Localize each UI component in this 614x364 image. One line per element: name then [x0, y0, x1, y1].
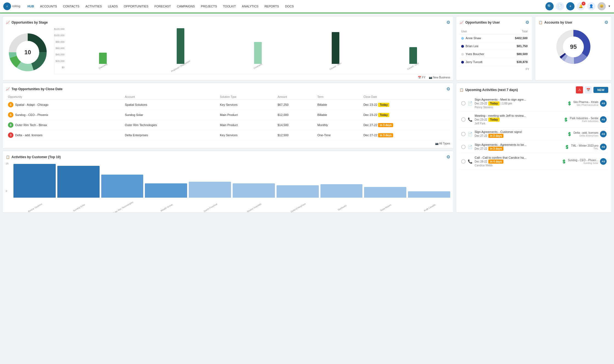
customer-bar	[364, 187, 406, 198]
opp-close-date: Dec 27-22 in 3 days	[361, 130, 450, 140]
opp-name: Spatial - Adapt - Chicago	[15, 103, 49, 106]
opp-row[interactable]: 3 Delta - add. licenses Delta Enterprise…	[6, 130, 450, 140]
opp-user-table-container[interactable]: User Total Anne Shaw $402,500 Brian Lee …	[460, 28, 529, 66]
nav-leads[interactable]: LEADS	[105, 4, 120, 9]
stage-badge: 8	[8, 122, 13, 128]
accounts-user-title: 📋 Accounts by User	[539, 21, 572, 24]
activity-item[interactable]: 📞 Meeting - meeting with Jeff to review.…	[460, 112, 608, 127]
activity-list[interactable]: 📄 Sign Agreements - Meet to sign agre...…	[460, 96, 608, 169]
document-button[interactable]: 📄	[556, 2, 564, 10]
nav-projects[interactable]: PROJECTS	[198, 4, 220, 9]
activity-checkbox[interactable]	[461, 101, 466, 106]
nav-forecast[interactable]: FORECAST	[152, 4, 174, 9]
nav-opportunities[interactable]: OPPORTUNITIES	[121, 4, 151, 9]
opp-account: Sundog Solar	[123, 110, 218, 120]
opp-user-icon: 📈	[460, 21, 464, 24]
opp-name: Outer Rim Tech - Blmax	[15, 123, 47, 127]
opp-name-cell: 6 Spatial - Adapt - Chicago	[6, 100, 123, 110]
act-customer-icon: 📋	[6, 155, 10, 159]
nav-analytics[interactable]: ANALYTICS	[239, 4, 261, 9]
new-business-filter[interactable]: 📷 New Business	[429, 76, 450, 79]
activity-company: Sundog - CEO - Phoen... Sundog Solar	[568, 159, 598, 164]
activity-checkbox[interactable]	[461, 117, 466, 122]
activity-item[interactable]: 📄 Sign Agreements - Agreements to be... …	[460, 141, 608, 153]
nav-accounts[interactable]: ACCOUNTS	[37, 4, 60, 9]
user-total: $402,500	[503, 34, 529, 42]
bar-contracts: Contracts	[221, 28, 295, 67]
opp-user-settings[interactable]: ⚙	[525, 20, 529, 25]
opp-stage-settings[interactable]: ⚙	[446, 20, 450, 25]
accounts-user-card: 📋 Accounts by User ⚙ 95	[535, 16, 612, 81]
nav-toolkit[interactable]: TOOLKIT	[220, 4, 239, 9]
activity-person: Jeff Park	[475, 122, 561, 125]
all-types-link[interactable]: 📷 All Types	[435, 142, 450, 145]
fy-filter[interactable]: 📅 FY	[418, 76, 426, 79]
act-customer-settings[interactable]: ⚙	[446, 154, 450, 160]
activity-item[interactable]: 📞 Call - Call to confirm that Candice ha…	[460, 154, 608, 169]
new-activity-button[interactable]: NEW	[593, 87, 608, 93]
customer-label: Delta Enterprises	[279, 196, 317, 213]
opp-row[interactable]: 6 Spatial - Adapt - Chicago Spatial Solu…	[6, 100, 450, 110]
money-icon: 💲	[562, 159, 566, 164]
opp-stage-content: 10 $120,000 $100,000 $80,000 $60,000 $40…	[6, 28, 450, 77]
search-button[interactable]: 🔍	[545, 2, 554, 10]
user-row[interactable]: Jerry Turcott $38,878	[460, 58, 529, 66]
activity-avatar: AS	[600, 144, 607, 150]
opp-solution: Main Product	[218, 120, 275, 130]
activity-avatar: AS	[600, 100, 607, 107]
opp-stage-icon: 📈	[6, 21, 10, 24]
avatar[interactable]: 😀	[598, 2, 606, 10]
user-row[interactable]: Brian Lee $81,750	[460, 42, 529, 50]
upcoming-actions: ⚠ 📅 NEW	[576, 86, 608, 93]
accounts-user-settings[interactable]: ⚙	[604, 20, 608, 25]
nav-contacts[interactable]: CONTACTS	[60, 4, 82, 9]
activity-checkbox[interactable]	[461, 132, 466, 136]
y-label-25: 25	[6, 162, 9, 165]
notifications-button[interactable]: 🔔 4	[577, 2, 585, 10]
top-opps-settings[interactable]: ⚙	[446, 86, 450, 92]
user-button[interactable]: 👤	[587, 2, 595, 10]
user-name: Brian Lee	[460, 42, 503, 50]
col-total: Total	[503, 29, 529, 34]
nav-docs[interactable]: DOCS	[282, 4, 297, 9]
date-badge: in 3 days	[378, 123, 393, 127]
nav-reports[interactable]: REPORTS	[262, 4, 282, 9]
logo[interactable]: r rolldog	[3, 2, 20, 10]
add-button[interactable]: +	[566, 2, 574, 10]
nav-activities[interactable]: ACTIVITIES	[83, 4, 105, 9]
activity-type-icon: 📄	[468, 132, 472, 136]
activity-checkbox[interactable]	[461, 159, 466, 164]
date-badge: in 3 days	[488, 134, 503, 138]
customer-label: Kraft Canada	[411, 196, 449, 213]
user-dot	[461, 61, 464, 64]
activity-item[interactable]: 📄 Sign Agreements - Customer signs! Dec …	[460, 128, 608, 140]
customer-bars	[13, 162, 450, 198]
opp-close-date: Dec 23-22 Today	[361, 100, 450, 110]
opp-term: Monthly	[315, 120, 361, 130]
activity-company: Silo Pharma - Xtrials Silo Pharmaceutica…	[573, 101, 598, 106]
user-row[interactable]: Anne Shaw $402,500	[460, 34, 529, 42]
nav-campaigns[interactable]: CAMPAIGNS	[174, 4, 198, 9]
alert-button[interactable]: ⚠	[576, 86, 583, 93]
upcoming-header: 📋 Upcoming Activities (next 7 days) ⚠ 📅 …	[460, 86, 608, 93]
accounts-user-icon: 📋	[539, 21, 543, 24]
opp-name: Sundog - CEO - Phoenix	[15, 113, 48, 116]
activity-date: Dec 28-22 in 4 days	[475, 160, 559, 164]
activity-checkbox[interactable]	[461, 145, 466, 149]
opp-row[interactable]: 6 Sundog - CEO - Phoenix Sundog Solar Ma…	[6, 110, 450, 120]
activity-content: Sign Agreements - Meet to sign agre... D…	[475, 98, 565, 109]
stage-badge: 6	[8, 112, 13, 118]
col-account: Account	[123, 94, 218, 100]
activity-content: Meeting - meeting with Jeff to review...…	[475, 114, 561, 125]
calendar-button[interactable]: 📅	[585, 86, 592, 93]
nav-hub[interactable]: HUB	[25, 4, 37, 9]
customer-label: Outer Rim Technologies	[104, 196, 142, 213]
opp-stage-barchart: $120,000 $100,000 $80,000 $60,000 $40,00…	[54, 28, 450, 77]
customer-bar	[320, 184, 363, 198]
activity-item[interactable]: 📄 Sign Agreements - Meet to sign agre...…	[460, 96, 608, 111]
user-row[interactable]: Yves Boucher $80,500	[460, 50, 529, 58]
activity-avatar: AS	[600, 158, 607, 165]
avatar-chevron[interactable]: ▼	[608, 5, 611, 8]
opp-row[interactable]: 8 Outer Rim Tech - Blmax Outer Rim Techn…	[6, 120, 450, 130]
opp-user-footer[interactable]: FY	[460, 68, 529, 71]
